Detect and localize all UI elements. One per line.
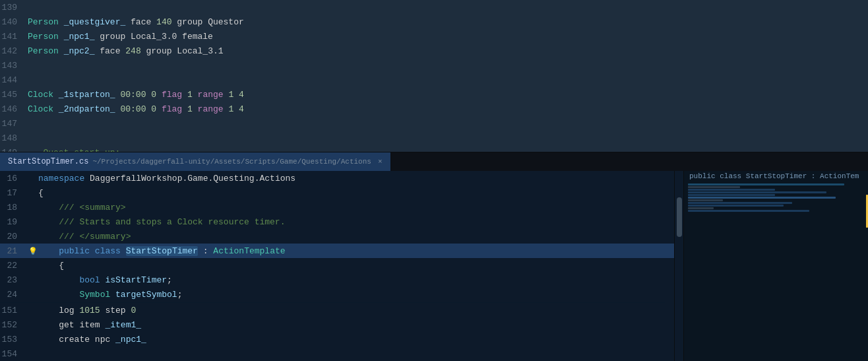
line-content: log 1015 step 0 <box>38 306 665 315</box>
line-number: 140 <box>0 17 28 27</box>
line-content: namespace DaggerfallWorkshop.Game.Questi… <box>38 174 674 183</box>
line-number: 151 <box>0 306 28 315</box>
minimap-line <box>688 194 775 196</box>
line-number: 142 <box>0 46 28 56</box>
line-number: 21 <box>0 246 28 256</box>
line-content: Person _npc1_ group Local_3.0 female <box>28 32 868 42</box>
line-number: 143 <box>0 61 28 71</box>
line-number: 23 <box>0 275 28 285</box>
line-row: 24 Symbol targetSymbol; <box>0 287 674 302</box>
scrollbar-track[interactable] <box>674 171 683 361</box>
minimap-line <box>688 191 826 193</box>
line-row: 141 Person _npc1_ group Local_3.0 female <box>0 29 868 44</box>
minimap-line <box>688 210 809 212</box>
line-row: 19 /// Starts and stops a Clock resource… <box>0 214 674 229</box>
line-content: Clock _2ndparton_ 00:00 0 flag 1 range 1… <box>28 104 868 114</box>
line-row: 149 -- Quest start-up: <box>0 145 868 152</box>
line-row: 140 Person _questgiver_ face 140 group Q… <box>0 15 868 29</box>
file-tab[interactable]: StartStopTimer.cs ~/Projects/daggerfall-… <box>0 152 391 171</box>
line-content: /// </summary> <box>38 232 674 242</box>
line-content: get item _item1_ <box>38 320 665 330</box>
line-row: 153 create npc _npc1_ <box>0 332 665 346</box>
minimap: public class StartStopTimer : ActionTem <box>683 171 868 361</box>
line-number: 154 <box>0 349 28 359</box>
top-code-area: 139 140 Person _questgiver_ face 140 gro… <box>0 0 868 152</box>
line-row: 144 <box>0 73 868 87</box>
bottom-code-area[interactable]: 16 namespace DaggerfallWorkshop.Game.Que… <box>0 171 674 361</box>
tab-path: ~/Projects/daggerfall-unity/Assets/Scrip… <box>92 158 371 166</box>
minimap-label: public class StartStopTimer : ActionTem <box>689 172 859 180</box>
line-row: 139 <box>0 0 868 15</box>
line-row: 16 namespace DaggerfallWorkshop.Game.Que… <box>0 171 674 185</box>
line-number: 147 <box>0 119 28 129</box>
bottom-file-lines: 151 log 1015 step 0 152 get item _item1_… <box>0 302 665 361</box>
line-number: 148 <box>0 133 28 143</box>
line-row: 22 { <box>0 258 674 273</box>
line-row: 145 Clock _1stparton_ 00:00 0 flag 1 ran… <box>0 87 868 102</box>
line-content: { <box>38 261 674 271</box>
bottom-pane: 16 namespace DaggerfallWorkshop.Game.Que… <box>0 171 868 361</box>
minimap-line <box>688 205 784 207</box>
line-row: 146 Clock _2ndparton_ 00:00 0 flag 1 ran… <box>0 102 868 116</box>
line-number: 20 <box>0 232 28 242</box>
minimap-line <box>688 183 844 185</box>
line-content: /// Starts and stops a Clock resource ti… <box>38 217 674 227</box>
line-content: bool isStartTimer; <box>38 275 674 285</box>
top-pane: 139 140 Person _questgiver_ face 140 gro… <box>0 0 868 152</box>
line-row: 142 Person _npc2_ face 248 group Local_3… <box>0 44 868 58</box>
minimap-line <box>688 189 775 191</box>
line-content: { <box>38 188 674 198</box>
line-row: 143 <box>0 58 868 73</box>
minimap-line <box>688 202 792 204</box>
editor-container: 139 140 Person _questgiver_ face 140 gro… <box>0 0 868 361</box>
line-row-highlighted: 21 💡 public class StartStopTimer : Actio… <box>0 244 674 258</box>
tab-filename: StartStopTimer.cs <box>8 157 88 166</box>
line-row: 23 bool isStartTimer; <box>0 273 674 287</box>
tab-bar: StartStopTimer.cs ~/Projects/daggerfall-… <box>0 152 868 171</box>
line-content: Clock _1stparton_ 00:00 0 flag 1 range 1… <box>28 90 868 100</box>
line-row: 17 { <box>0 185 674 200</box>
line-row: 147 <box>0 116 868 131</box>
scrollbar-thumb[interactable] <box>677 197 682 237</box>
line-number: 144 <box>0 75 28 85</box>
line-content: create npc _npc1_ <box>38 335 665 345</box>
line-number: 16 <box>0 174 28 183</box>
tab-close-button[interactable]: × <box>378 158 383 166</box>
minimap-inner: public class StartStopTimer : ActionTem <box>684 171 868 361</box>
line-content: /// <summary> <box>38 203 674 213</box>
line-number: 139 <box>0 3 28 13</box>
minimap-line <box>688 186 740 188</box>
minimap-line <box>688 207 714 209</box>
line-number: 145 <box>0 90 28 100</box>
line-number: 24 <box>0 290 28 300</box>
minimap-line-highlighted <box>688 197 836 199</box>
line-row: 151 log 1015 step 0 <box>0 303 665 317</box>
line-number: 22 <box>0 261 28 271</box>
minimap-line <box>688 199 723 201</box>
minimap-header: public class StartStopTimer : ActionTem <box>684 171 865 181</box>
line-number: 19 <box>0 217 28 227</box>
line-row: 154 <box>0 346 665 361</box>
line-number: 146 <box>0 104 28 114</box>
line-number: 152 <box>0 320 28 330</box>
line-row: 20 /// </summary> <box>0 229 674 244</box>
line-content: Person _questgiver_ face 140 group Quest… <box>28 17 868 27</box>
line-row: 152 get item _item1_ <box>0 317 665 332</box>
line-number: 153 <box>0 335 28 345</box>
line-number: 18 <box>0 203 28 213</box>
line-row: 148 <box>0 131 868 145</box>
line-content: Symbol targetSymbol; <box>38 290 674 300</box>
line-row: 18 /// <summary> <box>0 200 674 214</box>
line-number: 141 <box>0 32 28 42</box>
line-number: 17 <box>0 188 28 198</box>
lightbulb-icon[interactable]: 💡 <box>28 247 38 255</box>
line-content: Person _npc2_ face 248 group Local_3.1 <box>28 46 868 56</box>
line-content: public class StartStopTimer : ActionTemp… <box>38 246 674 256</box>
